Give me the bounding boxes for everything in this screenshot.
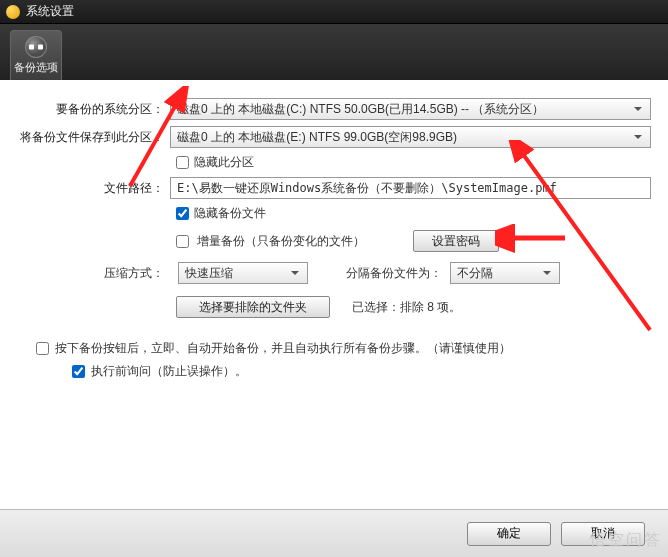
source-partition-label: 要备份的系统分区： bbox=[0, 101, 170, 118]
dest-partition-select[interactable]: 磁盘0 上的 本地磁盘(E:) NTFS 99.0GB(空闲98.9GB) bbox=[170, 126, 651, 148]
ok-button[interactable]: 确定 bbox=[467, 522, 551, 546]
content-pane: 要备份的系统分区： 磁盘0 上的 本地磁盘(C:) NTFS 50.0GB(已用… bbox=[0, 80, 668, 557]
hide-partition-checkbox[interactable] bbox=[176, 156, 189, 169]
exclude-folders-button[interactable]: 选择要排除的文件夹 bbox=[176, 296, 330, 318]
file-path-input[interactable]: E:\易数一键还原Windows系统备份（不要删除）\SystemImage.p… bbox=[170, 177, 651, 199]
window-title: 系统设置 bbox=[26, 3, 74, 20]
backup-icon bbox=[25, 36, 47, 58]
app-icon bbox=[6, 5, 20, 19]
source-partition-select[interactable]: 磁盘0 上的 本地磁盘(C:) NTFS 50.0GB(已用14.5GB) --… bbox=[170, 98, 651, 120]
split-select[interactable]: 不分隔 bbox=[450, 262, 560, 284]
confirm-before-label: 执行前询问（防止误操作）。 bbox=[91, 363, 247, 380]
file-path-label: 文件路径： bbox=[0, 180, 170, 197]
watermark: 悟空问答 bbox=[590, 530, 662, 551]
exclude-status-text: 已选择：排除 8 项。 bbox=[352, 299, 461, 316]
set-password-button[interactable]: 设置密码 bbox=[413, 230, 499, 252]
auto-backup-label: 按下备份按钮后，立即、自动开始备份，并且自动执行所有备份步骤。（请谨慎使用） bbox=[55, 340, 511, 357]
compress-value: 快速压缩 bbox=[185, 265, 233, 282]
hide-file-checkbox[interactable] bbox=[176, 207, 189, 220]
bottom-bar: 确定 取消 bbox=[0, 509, 668, 557]
auto-backup-checkbox[interactable] bbox=[36, 342, 49, 355]
file-path-value: E:\易数一键还原Windows系统备份（不要删除）\SystemImage.p… bbox=[177, 180, 557, 197]
titlebar: 系统设置 bbox=[0, 0, 668, 24]
dest-partition-value: 磁盘0 上的 本地磁盘(E:) NTFS 99.0GB(空闲98.9GB) bbox=[177, 129, 457, 146]
tab-strip: 备份选项 bbox=[0, 24, 668, 80]
compress-select[interactable]: 快速压缩 bbox=[178, 262, 308, 284]
dest-partition-label: 将备份文件保存到此分区： bbox=[0, 129, 170, 146]
tab-backup-options[interactable]: 备份选项 bbox=[10, 30, 62, 80]
hide-partition-label: 隐藏此分区 bbox=[194, 154, 254, 171]
incremental-label: 增量备份（只备份变化的文件） bbox=[197, 233, 365, 250]
split-label: 分隔备份文件为： bbox=[346, 265, 442, 282]
split-value: 不分隔 bbox=[457, 265, 493, 282]
source-partition-value: 磁盘0 上的 本地磁盘(C:) NTFS 50.0GB(已用14.5GB) --… bbox=[177, 101, 544, 118]
tab-label: 备份选项 bbox=[14, 60, 58, 75]
hide-file-label: 隐藏备份文件 bbox=[194, 205, 266, 222]
incremental-checkbox[interactable] bbox=[176, 235, 189, 248]
compress-label: 压缩方式： bbox=[0, 265, 170, 282]
confirm-before-checkbox[interactable] bbox=[72, 365, 85, 378]
